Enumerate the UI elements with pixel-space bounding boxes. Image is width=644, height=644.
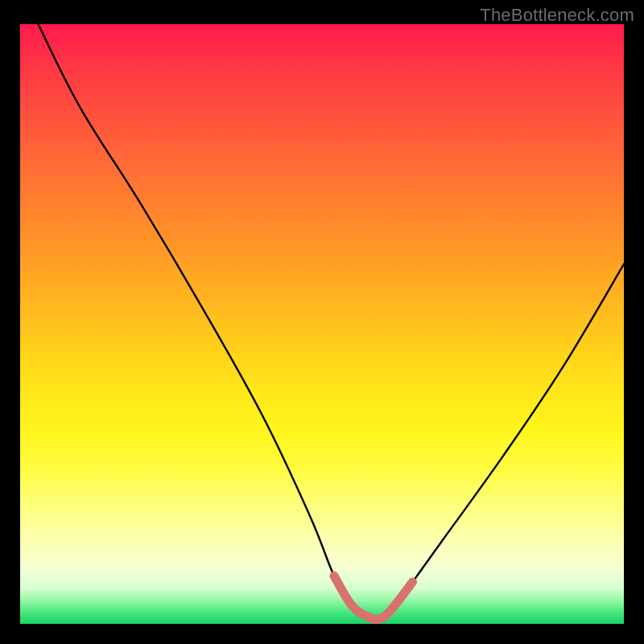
trough-highlight	[334, 576, 413, 619]
chart-plot-area	[20, 24, 624, 624]
chart-svg	[20, 24, 624, 624]
watermark-text: TheBottleneck.com	[480, 5, 634, 26]
chart-frame: TheBottleneck.com	[0, 0, 644, 644]
bottleneck-curve	[39, 24, 625, 620]
